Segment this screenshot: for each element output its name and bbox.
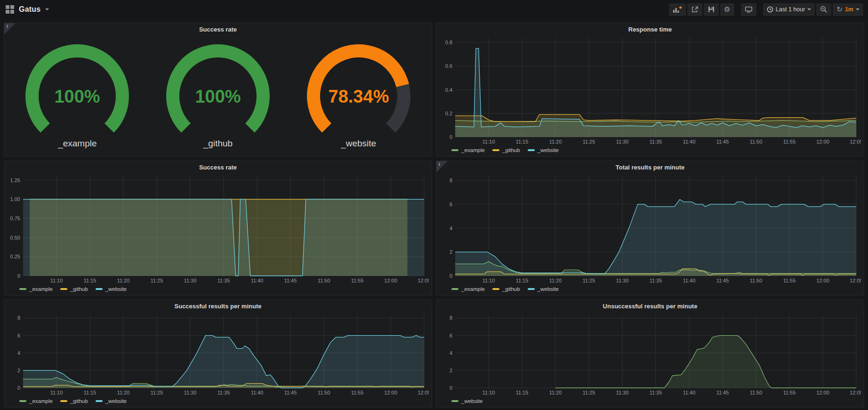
dashboard-title[interactable]: Gatus [19,5,40,14]
svg-text:11:10: 11:10 [50,278,63,283]
grid-square [10,10,14,14]
svg-text:0.8: 0.8 [445,40,452,45]
panel-title[interactable]: Unsuccessful results per minute [439,302,861,311]
add-panel-button[interactable] [669,3,686,16]
svg-text:8: 8 [450,315,452,321]
panel-info-icon[interactable] [436,161,448,172]
chevron-down-icon[interactable] [45,8,49,10]
svg-text:11:55: 11:55 [783,278,796,283]
legend-swatch [19,288,26,290]
legend-swatch [451,400,458,402]
svg-text:12:00: 12:00 [384,390,397,395]
legend-label: _example [461,147,485,153]
panel-total-results: i Total results per minute 0246811:1011:… [436,161,864,296]
svg-text:4: 4 [450,225,452,231]
svg-text:11:35: 11:35 [217,390,230,395]
legend-label: _example [461,286,485,292]
svg-text:11:10: 11:10 [482,278,495,283]
save-button[interactable] [704,3,719,16]
unsuccessful-results-chart[interactable]: 0246811:1011:1511:2011:2511:3011:3511:40… [439,311,861,396]
zoom-out-icon [820,6,828,13]
legend: _example_github_website [7,396,429,406]
legend-item-_example[interactable]: _example [19,286,53,292]
svg-text:1.00: 1.00 [10,196,20,202]
svg-text:11:15: 11:15 [516,278,529,283]
svg-text:0.6: 0.6 [445,63,452,69]
svg-text:12:00: 12:00 [384,278,397,283]
svg-text:11:20: 11:20 [549,139,562,145]
legend-item-_website[interactable]: _website [451,398,482,404]
gauge-arc: 100% [152,40,284,137]
legend-label: _github [502,286,520,292]
refresh-button[interactable]: ↻ 1m [833,3,863,16]
legend: _example_github_website [7,284,429,294]
svg-text:11:30: 11:30 [616,278,629,283]
legend-item-_github[interactable]: _github [60,398,88,404]
info-icon[interactable]: i [7,24,8,29]
tv-mode-button[interactable] [741,3,756,16]
legend-swatch [60,288,67,290]
svg-text:4: 4 [17,350,20,356]
panel-title[interactable]: Successful results per minute [7,302,429,311]
gauge-label: _example [58,138,96,149]
chevron-down-icon [856,8,860,10]
svg-text:11:15: 11:15 [516,390,529,395]
legend-item-_example[interactable]: _example [451,147,485,153]
legend-item-_example[interactable]: _example [19,398,53,404]
legend-item-_website[interactable]: _website [528,286,559,292]
legend-item-_github[interactable]: _github [492,286,520,292]
svg-text:12:05: 12:05 [850,278,861,283]
gear-icon: ⚙ [724,6,730,13]
zoom-out-button[interactable] [816,3,831,16]
gauge-_website: 78.34%_website [289,40,428,149]
navbar: Gatus ⚙ [0,0,868,19]
svg-text:6: 6 [450,333,452,338]
share-icon [691,6,699,13]
panel-successful-results: Successful results per minute 0246811:10… [4,299,432,408]
svg-text:11:45: 11:45 [284,390,297,395]
legend: _website [439,396,861,406]
svg-text:11:35: 11:35 [650,390,662,395]
svg-text:12:00: 12:00 [816,139,829,145]
svg-text:11:50: 11:50 [750,139,763,145]
svg-text:0: 0 [450,273,452,279]
series-area-_website [555,336,856,388]
share-button[interactable] [687,3,702,16]
total-results-chart[interactable]: 0246811:1011:1511:2011:2511:3011:3511:40… [439,172,861,284]
gauge-value: 78.34% [328,87,389,106]
legend-item-_website[interactable]: _website [96,286,127,292]
gauge-row: 100%_example100%_github78.34%_website [7,34,429,155]
panel-info-icon[interactable] [4,23,16,34]
legend-label: _example [29,398,53,404]
response-time-chart[interactable]: 00.20.40.60.811:1011:1511:2011:2511:3011… [439,34,861,145]
chevron-down-icon [807,8,811,10]
svg-text:4: 4 [450,350,452,356]
svg-text:11:45: 11:45 [716,139,729,145]
svg-text:11:50: 11:50 [318,390,330,395]
success-rate-chart[interactable]: 00.250.500.751.001.2511:1011:1511:2011:2… [7,172,429,284]
panel-title[interactable]: Success rate [7,163,429,172]
gauge-label: _github [203,138,233,149]
time-range-button[interactable]: Last 1 hour [763,3,815,16]
svg-text:6: 6 [450,201,452,207]
svg-text:11:35: 11:35 [650,278,662,283]
settings-button[interactable]: ⚙ [720,3,734,16]
legend-item-_github[interactable]: _github [60,286,88,292]
dashboard-grid-icon[interactable] [6,5,14,14]
svg-text:11:10: 11:10 [482,390,495,395]
legend-item-_example[interactable]: _example [451,286,485,292]
svg-text:11:45: 11:45 [284,278,297,283]
legend-item-_website[interactable]: _website [96,398,127,404]
legend-item-_website[interactable]: _website [528,147,559,153]
info-icon[interactable]: i [439,161,440,167]
panel-title[interactable]: Total results per minute [439,163,861,172]
grid-square [10,5,14,9]
panel-title[interactable]: Success rate [7,25,429,34]
legend-item-_github[interactable]: _github [492,147,520,153]
clock-icon [767,6,773,13]
svg-text:11:20: 11:20 [117,390,130,395]
svg-text:11:40: 11:40 [683,390,696,395]
successful-results-chart[interactable]: 0246811:1011:1511:2011:2511:3011:3511:40… [7,311,429,396]
legend: _example_github_website [439,145,861,155]
panel-title[interactable]: Response time [439,25,861,34]
